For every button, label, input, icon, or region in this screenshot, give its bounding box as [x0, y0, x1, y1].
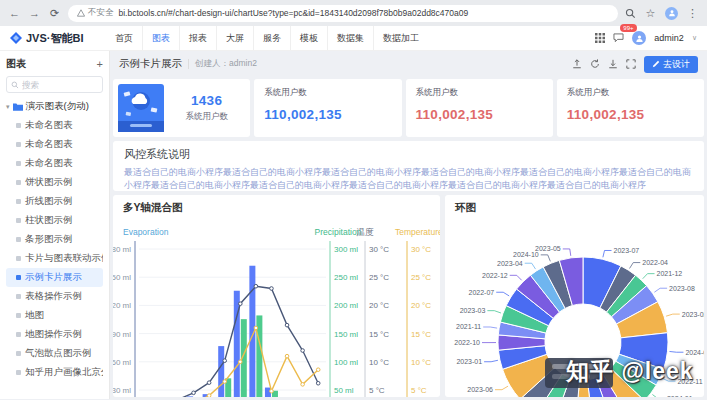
nav-item-1[interactable]: 图表	[142, 26, 179, 50]
stat-value: 110,002,135	[416, 107, 543, 122]
sidebar-item-2[interactable]: 未命名图表	[6, 154, 103, 173]
chart-item-icon	[16, 313, 21, 318]
fullscreen-icon[interactable]	[626, 59, 636, 69]
back-icon[interactable]: ←	[8, 7, 21, 19]
svg-text:60 ml: 60 ml	[113, 358, 131, 367]
svg-text:15 °C: 15 °C	[369, 330, 389, 339]
app-logo[interactable]: JVS·智能BI	[10, 31, 106, 46]
username-label[interactable]: admin2	[654, 33, 684, 43]
svg-text:5 °C: 5 °C	[411, 386, 427, 395]
search-input[interactable]	[22, 80, 92, 90]
svg-text:2022-10: 2022-10	[454, 339, 480, 346]
folder-label: 演示图表(勿动)	[26, 100, 89, 113]
user-avatar[interactable]	[632, 31, 646, 45]
pencil-icon	[652, 60, 660, 68]
address-bar[interactable]: 不安全 bi.bctools.cn/#/chart-design-ui/char…	[68, 5, 618, 22]
chart-item-icon	[16, 161, 21, 166]
main-nav: 首页图表报表大屏服务模板数据集数据加工	[106, 26, 428, 50]
refresh-icon[interactable]	[590, 59, 600, 69]
sidebar-item-7[interactable]: 卡片与图表联动示例	[6, 249, 103, 268]
stat-label: 系统用户数	[567, 87, 694, 99]
stat-card-1: 系统用户数110,002,135	[254, 79, 401, 137]
warning-icon	[77, 9, 85, 17]
nav-item-7[interactable]: 数据加工	[373, 26, 428, 50]
nav-item-0[interactable]: 首页	[106, 26, 142, 50]
share-icon[interactable]	[572, 59, 582, 69]
svg-text:2023-02: 2023-02	[682, 311, 704, 318]
svg-text:150 ml: 150 ml	[113, 273, 131, 282]
stat-value: 110,002,135	[567, 107, 694, 122]
chart-item-icon	[16, 237, 21, 242]
chart-item-icon	[16, 199, 21, 204]
sidebar-item-12[interactable]: 气泡散点图示例	[6, 344, 103, 363]
svg-text:2024-01: 2024-01	[667, 395, 693, 397]
page-title: 示例卡片展示	[119, 57, 182, 71]
browser-chrome: ← → ⟳ 不安全 bi.bctools.cn/#/chart-design-u…	[0, 0, 707, 26]
divider	[188, 59, 189, 69]
sidebar-item-9[interactable]: 表格操作示例	[6, 287, 103, 306]
chart-item-icon	[16, 351, 21, 356]
nav-item-2[interactable]: 报表	[179, 26, 216, 50]
chart-sidebar: 图表 + ▾ 演示图表(勿动) 未命名图表未命名图表未命名图表饼状图示例折线图示…	[0, 51, 110, 399]
sidebar-item-1[interactable]: 未命名图表	[6, 135, 103, 154]
sidebar-item-6[interactable]: 条形图示例	[6, 230, 103, 249]
sidebar-item-5[interactable]: 柱状图示例	[6, 211, 103, 230]
svg-text:2021-11: 2021-11	[456, 323, 481, 330]
svg-text:20 °C: 20 °C	[411, 301, 431, 310]
chart-item-icon	[16, 123, 21, 128]
sidebar-item-4[interactable]: 折线图示例	[6, 192, 103, 211]
card-illustration	[118, 84, 164, 132]
nav-item-3[interactable]: 大屏	[216, 26, 253, 50]
stat-card-2: 系统用户数110,002,135	[406, 79, 553, 137]
nav-item-5[interactable]: 模板	[290, 26, 327, 50]
person-icon	[635, 34, 644, 43]
svg-text:2023-06: 2023-06	[467, 386, 493, 393]
sidebar-search[interactable]	[6, 76, 103, 93]
nav-item-4[interactable]: 服务	[253, 26, 290, 50]
go-design-button[interactable]: 去设计	[644, 56, 698, 73]
svg-text:2023-05: 2023-05	[535, 245, 561, 252]
svg-text:250 ml: 250 ml	[334, 273, 358, 282]
sidebar-item-0[interactable]: 未命名图表	[6, 116, 103, 135]
stat-label: 系统用户数	[168, 111, 245, 123]
messages-icon[interactable]: 99+	[613, 29, 624, 47]
svg-text:10 °C: 10 °C	[411, 358, 431, 367]
svg-text:2023-08: 2023-08	[669, 285, 695, 292]
stat-value: 110,002,135	[264, 107, 391, 122]
zoom-icon[interactable]	[625, 8, 636, 19]
security-warning[interactable]: 不安全	[77, 7, 114, 19]
sidebar-item-3[interactable]: 饼状图示例	[6, 173, 103, 192]
svg-text:2023-07: 2023-07	[614, 247, 640, 254]
sidebar-item-13[interactable]: 知乎用户画像北京分布	[6, 363, 103, 382]
svg-text:30 °C: 30 °C	[369, 245, 389, 254]
sidebar-item-10[interactable]: 地图	[6, 306, 103, 325]
sidebar-item-8[interactable]: 示例卡片展示	[6, 268, 103, 287]
forward-icon[interactable]: →	[28, 7, 41, 19]
svg-text:10 °C: 10 °C	[369, 358, 389, 367]
reload-icon[interactable]: ⟳	[48, 7, 61, 20]
download-icon[interactable]	[608, 59, 618, 69]
svg-text:50 ml: 50 ml	[334, 386, 354, 395]
add-chart-button[interactable]: +	[97, 58, 103, 70]
multi-axis-chart[interactable]: EvaporationPrecipitation温度Temperature180…	[113, 215, 440, 397]
search-icon	[11, 81, 19, 89]
svg-text:90 ml: 90 ml	[113, 330, 131, 339]
svg-text:2022-04: 2022-04	[642, 259, 668, 266]
chart-item-icon	[16, 275, 21, 280]
sidebar-item-11[interactable]: 地图操作示例	[6, 325, 103, 344]
svg-text:200 ml: 200 ml	[334, 301, 358, 310]
apps-grid-icon[interactable]	[595, 33, 605, 43]
nav-item-6[interactable]: 数据集	[327, 26, 373, 50]
browser-menu-icon[interactable]: ⋮	[686, 7, 699, 20]
tree-folder[interactable]: ▾ 演示图表(勿动)	[6, 100, 103, 113]
bookmark-star-icon[interactable]: ☆	[644, 7, 657, 20]
svg-text:Evaporation: Evaporation	[123, 227, 169, 237]
chart-item-icon	[16, 294, 21, 299]
user-dropdown-icon[interactable]: ∨	[692, 34, 697, 42]
main-panel: 示例卡片展示 创建人：admin2 去设计	[110, 51, 707, 399]
chart-item-icon	[16, 180, 21, 185]
app-logo-text: JVS·智能BI	[26, 31, 83, 46]
svg-text:2021-12: 2021-12	[657, 270, 683, 277]
browser-profile-avatar[interactable]	[665, 7, 678, 20]
svg-text:2024-08: 2024-08	[685, 349, 704, 356]
